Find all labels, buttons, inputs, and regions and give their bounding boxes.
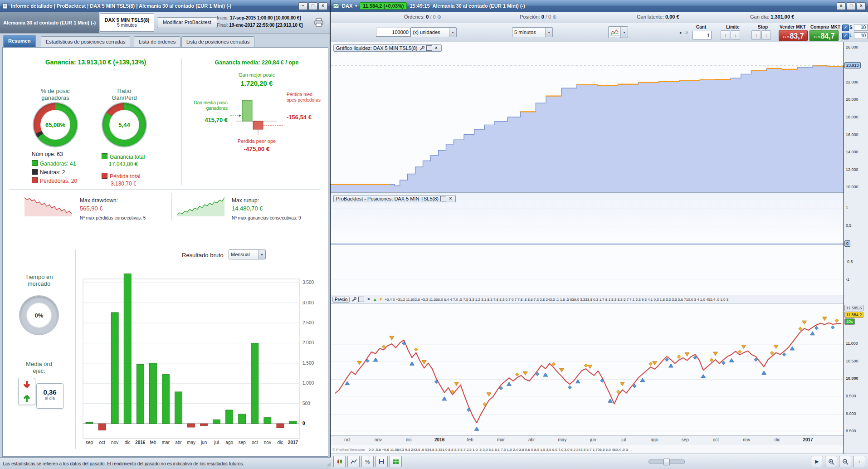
buy-stop-button[interactable]: ↑ (751, 30, 761, 40)
crosshair-button[interactable]: + (853, 456, 865, 467)
search-icon[interactable]: ⌕ (685, 29, 688, 35)
bar (149, 363, 156, 424)
symbol-label: DAX (342, 3, 352, 9)
wrench-icon[interactable] (351, 297, 356, 302)
posiciones-panel[interactable]: ProBacktest - Posiciones: DAX 5 MIN TSL5… (331, 192, 844, 295)
maximize-icon[interactable]: □ (308, 2, 317, 10)
price-chart[interactable] (331, 304, 844, 435)
maximize-icon[interactable] (426, 45, 432, 51)
menu-icon[interactable]: ≡ (837, 2, 846, 10)
precio-panel-title[interactable]: Precio (332, 297, 350, 303)
sell-arrow-marker (357, 361, 362, 365)
percent-scale-button[interactable]: % (361, 456, 374, 467)
limit-checkbox[interactable]: ✓ (842, 33, 849, 39)
bar (213, 420, 220, 424)
sell-market-button[interactable]: 11.583,7 (779, 30, 808, 41)
wrench-icon[interactable] (419, 46, 424, 51)
chart-titlebar[interactable]: DAX ▾ 11.584,2 (+0,03%) 15:49:15 Alemani… (331, 0, 868, 12)
bar (188, 424, 195, 427)
svg-text:2017: 2017 (288, 440, 298, 445)
zoom-in-icon[interactable] (825, 456, 837, 467)
precio-panel[interactable]: Precio × ▲ ▼ +5,4 0 +31,2 11.602,8 +5,3 … (331, 295, 844, 454)
svg-text:oct: oct (99, 440, 105, 445)
units-select[interactable]: (x) unidades ▾ (410, 27, 457, 37)
orange-diamond-marker (799, 327, 802, 331)
red-down-arrow-icon (24, 381, 29, 387)
maximize-icon[interactable] (358, 297, 364, 302)
stop-label: Stop (758, 24, 768, 29)
tab-resumen[interactable]: Resumen (3, 35, 36, 47)
gear-icon[interactable]: ⊕ (552, 14, 556, 20)
tab-lista-posiciones[interactable]: Lista de posiciones cerradas (181, 36, 254, 47)
table-view-button[interactable] (390, 456, 402, 467)
price-axis-tick: 10.500 (846, 359, 858, 363)
sell-limit-button[interactable]: ↓ (731, 30, 740, 40)
l-input[interactable] (854, 32, 868, 39)
posiciones-panel-title-chip[interactable]: ProBacktest - Posiciones: DAX 5 MIN TSL5… (333, 195, 456, 202)
modify-probacktest-button[interactable]: Modificar ProBacktest (157, 17, 217, 28)
document-icon (2, 3, 8, 9)
posiciones-current-value-badge: 0 (844, 240, 850, 247)
orders-per-day-value: 0,36 (37, 388, 63, 396)
chevron-down-icon: ▾ (449, 28, 456, 37)
close-icon[interactable]: × (366, 297, 371, 302)
buy-limit-button[interactable]: ↑ (721, 30, 730, 40)
month-label: dic (774, 437, 780, 442)
timeframe-select[interactable]: 5 minutos ▾ (512, 27, 553, 37)
bar (251, 343, 258, 424)
gear-icon[interactable]: ⊕ (437, 14, 441, 20)
period-select[interactable]: Mensual ▾ (229, 249, 266, 259)
time-axis[interactable]: octnovdic2016febmarabrmayjunjulagosepoct… (331, 435, 844, 445)
report-titlebar[interactable]: Informe detallado | ProBacktest | DAX 5 … (0, 0, 330, 12)
sell-arrow-marker (390, 336, 394, 340)
positions-chart[interactable] (331, 193, 844, 295)
candlestick-style-button[interactable] (333, 456, 346, 467)
svg-text:jun: jun (200, 440, 207, 445)
quantity-input[interactable] (376, 28, 410, 37)
buy-market-button[interactable]: 11.584,7 (809, 30, 839, 41)
tab-lista-ordenes[interactable]: Lista de órdenes (134, 36, 180, 47)
close-icon[interactable]: × (434, 46, 439, 50)
horizontal-scrollbar[interactable] (649, 459, 685, 464)
chart-type-button[interactable]: ▾ (608, 26, 628, 38)
s-input[interactable] (854, 24, 868, 31)
chart-window-icon (333, 3, 339, 9)
zoom-out-icon[interactable] (839, 456, 851, 467)
svg-text:sep: sep (239, 440, 246, 445)
equity-panel[interactable]: Gráfico liquidez: DAX 5 MIN TSL5(8) × (331, 42, 844, 192)
svg-text:may: may (187, 440, 195, 445)
final-label: Final: (217, 23, 228, 28)
equity-curve-chart[interactable] (331, 42, 844, 192)
orange-diamond-marker (649, 362, 653, 366)
month-label: 2017 (803, 437, 813, 442)
equity-panel-title-chip[interactable]: Gráfico liquidez: DAX 5 MIN TSL5(8) × (333, 44, 442, 52)
svg-text:feb: feb (150, 440, 156, 445)
minimize-icon[interactable]: – (298, 2, 307, 10)
close-icon[interactable]: × (448, 196, 453, 201)
expand-icon[interactable]: ▸ (680, 30, 682, 35)
system-box[interactable]: DAX 5 MIN TSL5(8) 5 minutos (100, 13, 154, 32)
instrument-tab[interactable]: Alemania 30 al contado (EUR 1 Mini) (-) (0, 12, 99, 33)
close-icon[interactable]: × (857, 2, 866, 10)
close-icon[interactable]: × (318, 2, 327, 10)
ganancia-media-headline: Ganancia media: 220,84 € / ope (193, 59, 320, 66)
inicio-amount: [10.000,00 €] (274, 15, 301, 20)
printer-icon[interactable] (314, 18, 324, 27)
chevron-down-icon[interactable]: ▾ (355, 4, 357, 8)
save-button[interactable] (375, 456, 388, 467)
maximize-icon[interactable]: □ (847, 2, 856, 10)
indicator-button[interactable] (347, 456, 360, 467)
red-square-icon (102, 173, 107, 179)
equity-axis-tick: 22.000 (846, 80, 858, 84)
monthly-results-chart[interactable]: 5001.0001.5002.0002.5003.0003.5000sepoct… (78, 261, 326, 451)
maximize-icon[interactable] (440, 196, 446, 201)
orders-per-day-box: 0,36 al día (36, 383, 63, 409)
scrollbar-handle[interactable] (663, 459, 670, 465)
tab-estadisticas[interactable]: Estadísticas de posiciones cerradas (41, 36, 130, 47)
step-forward-button[interactable]: ▶ (811, 456, 823, 467)
sell-stop-button[interactable]: ↓ (761, 30, 771, 40)
price-axis-tick: 8.500 (846, 429, 856, 433)
legend-ganadoras: Ganadoras: 41 (32, 160, 76, 167)
cant-input[interactable] (692, 31, 712, 39)
stop-checkbox[interactable]: ✓ (842, 24, 849, 31)
